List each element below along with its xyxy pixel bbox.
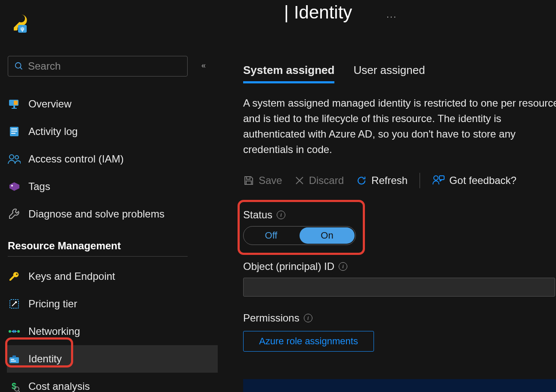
svg-point-0 bbox=[22, 17, 24, 19]
feedback-button[interactable]: Got feedback? bbox=[432, 175, 516, 187]
wrench-icon bbox=[8, 208, 21, 220]
svg-rect-27 bbox=[247, 177, 250, 179]
info-icon[interactable]: i bbox=[339, 262, 347, 271]
svg-point-14 bbox=[15, 156, 19, 159]
search-icon bbox=[14, 61, 24, 71]
tags-icon bbox=[8, 180, 21, 193]
object-id-label: Object (principal) ID i bbox=[243, 260, 556, 273]
refresh-button[interactable]: Refresh bbox=[356, 175, 408, 187]
resource-icon: ψ bbox=[9, 13, 29, 34]
search-placeholder: Search bbox=[28, 60, 61, 72]
sidebar-item-cost-analysis[interactable]: $ Cost analysis bbox=[8, 373, 219, 392]
svg-rect-10 bbox=[11, 129, 17, 129]
bottom-banner bbox=[243, 379, 556, 392]
close-icon bbox=[294, 175, 305, 186]
sidebar-item-activity-log[interactable]: Activity log bbox=[8, 118, 219, 145]
info-icon[interactable]: i bbox=[277, 211, 285, 219]
page-title: | Identity bbox=[284, 2, 352, 23]
sidebar-item-networking[interactable]: Networking bbox=[8, 318, 219, 345]
overview-icon bbox=[8, 98, 21, 110]
sidebar-item-access-control[interactable]: Access control (IAM) bbox=[8, 145, 219, 173]
search-input[interactable]: Search bbox=[8, 56, 188, 77]
tab-user-assigned[interactable]: User assigned bbox=[353, 64, 425, 83]
status-label: Status i bbox=[243, 209, 556, 221]
feedback-icon bbox=[432, 175, 445, 187]
svg-point-31 bbox=[434, 176, 438, 180]
azure-role-assignments-button[interactable]: Azure role assignments bbox=[243, 331, 374, 352]
svg-point-3 bbox=[15, 63, 21, 68]
svg-point-15 bbox=[11, 185, 13, 187]
key-icon bbox=[8, 270, 21, 283]
sidebar-item-tags[interactable]: Tags bbox=[8, 173, 219, 200]
status-on[interactable]: On bbox=[300, 227, 355, 244]
svg-rect-21 bbox=[12, 355, 16, 358]
sidebar-item-overview[interactable]: Overview bbox=[8, 90, 219, 118]
svg-rect-23 bbox=[11, 361, 16, 361]
tab-system-assigned[interactable]: System assigned bbox=[243, 64, 334, 83]
svg-point-13 bbox=[9, 155, 14, 159]
sidebar-item-keys-endpoint[interactable]: Keys and Endpoint bbox=[8, 263, 219, 290]
cost-icon: $ bbox=[8, 380, 21, 392]
discard-button[interactable]: Discard bbox=[294, 175, 344, 187]
save-icon bbox=[243, 175, 254, 186]
object-id-input[interactable] bbox=[243, 278, 555, 297]
refresh-icon bbox=[356, 175, 367, 186]
svg-text:ψ: ψ bbox=[20, 26, 24, 32]
svg-rect-20 bbox=[9, 357, 19, 363]
activity-log-icon bbox=[8, 125, 21, 138]
pricing-icon bbox=[8, 297, 21, 310]
svg-point-18 bbox=[9, 330, 11, 333]
permissions-label: Permissions i bbox=[243, 312, 556, 324]
svg-rect-8 bbox=[12, 108, 17, 109]
identity-description: A system assigned managed identity is re… bbox=[243, 95, 556, 157]
status-toggle[interactable]: Off On bbox=[243, 226, 356, 245]
svg-rect-11 bbox=[11, 131, 17, 132]
people-icon bbox=[8, 153, 21, 165]
sidebar-item-identity[interactable]: Identity bbox=[7, 345, 218, 373]
svg-point-19 bbox=[17, 330, 20, 333]
save-button[interactable]: Save bbox=[243, 175, 282, 187]
svg-rect-28 bbox=[246, 181, 251, 184]
svg-text:$: $ bbox=[12, 381, 16, 391]
svg-rect-12 bbox=[11, 133, 15, 134]
divider bbox=[8, 256, 188, 257]
svg-line-4 bbox=[20, 67, 22, 70]
info-icon[interactable]: i bbox=[304, 314, 312, 322]
collapse-sidebar-button[interactable]: « bbox=[201, 61, 206, 70]
svg-rect-7 bbox=[13, 106, 15, 108]
toolbar-separator bbox=[420, 173, 420, 188]
svg-rect-32 bbox=[439, 176, 444, 180]
sidebar-item-pricing-tier[interactable]: Pricing tier bbox=[8, 290, 219, 318]
toolbar: Save Discard Refresh bbox=[243, 173, 556, 188]
svg-rect-22 bbox=[11, 359, 14, 360]
status-off[interactable]: Off bbox=[244, 227, 299, 245]
section-header-resource-management: Resource Management bbox=[8, 240, 219, 252]
networking-icon bbox=[8, 325, 21, 338]
svg-rect-6 bbox=[14, 101, 18, 105]
sidebar-item-diagnose[interactable]: Diagnose and solve problems bbox=[8, 200, 219, 228]
identity-icon bbox=[8, 352, 21, 365]
svg-point-16 bbox=[16, 273, 18, 275]
more-menu[interactable]: ··· bbox=[386, 11, 397, 22]
